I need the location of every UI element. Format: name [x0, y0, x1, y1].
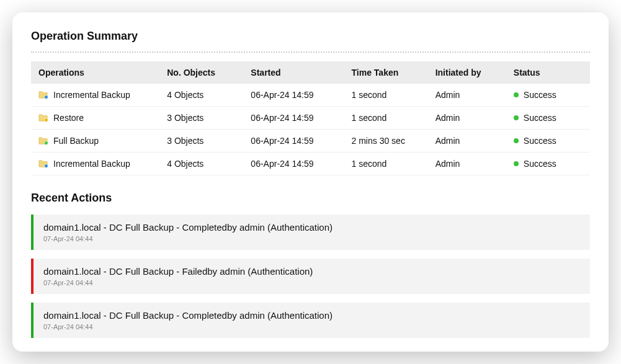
table-row[interactable]: Incremental Backup 4 Objects 06-Apr-24 1… [31, 84, 590, 107]
started-cell: 06-Apr-24 14:59 [243, 107, 344, 130]
recent-actions-title: Recent Actions [31, 192, 590, 205]
svg-point-2 [45, 141, 48, 145]
status-text: Success [524, 90, 556, 100]
action-text: domain1.local - DC Full Backup - Complet… [43, 310, 580, 321]
col-started: Started [243, 61, 344, 84]
table-row[interactable]: Full Backup 3 Objects 06-Apr-24 14:59 2 … [31, 130, 590, 153]
status-dot-icon [514, 161, 519, 166]
objects-cell: 4 Objects [159, 153, 243, 175]
time-taken-cell: 1 second [344, 84, 428, 107]
divider [31, 51, 590, 53]
col-initiated: Initiated by [428, 61, 506, 84]
status-dot-icon [514, 92, 519, 97]
col-no-objects: No. Objects [159, 61, 243, 84]
started-cell: 06-Apr-24 14:59 [243, 153, 344, 175]
table-row[interactable]: Restore 3 Objects 06-Apr-24 14:59 1 seco… [31, 107, 590, 130]
status-dot-icon [514, 115, 519, 120]
time-taken-cell: 1 second [344, 153, 428, 175]
operation-name: Incremental Backup [53, 90, 130, 100]
action-text: domain1.local - DC Full Backup - Complet… [43, 222, 580, 233]
initiated-by-cell: Admin [428, 153, 506, 175]
action-timestamp: 07-Apr-24 04:44 [43, 235, 580, 242]
started-cell: 06-Apr-24 14:59 [243, 84, 344, 107]
initiated-by-cell: Admin [428, 84, 506, 107]
status-text: Success [524, 136, 556, 146]
action-timestamp: 07-Apr-24 04:44 [43, 323, 580, 331]
summary-card: Operation Summary Operations No. Objects… [12, 12, 609, 352]
status-dot-icon [514, 138, 519, 143]
status-text: Success [524, 113, 556, 123]
action-timestamp: 07-Apr-24 04:44 [43, 279, 580, 286]
svg-point-3 [45, 164, 48, 168]
operation-summary-title: Operation Summary [31, 30, 590, 43]
initiated-by-cell: Admin [428, 130, 506, 153]
initiated-by-cell: Admin [428, 107, 506, 130]
full-backup-icon [38, 136, 48, 145]
operation-name: Full Backup [53, 136, 99, 146]
started-cell: 06-Apr-24 14:59 [243, 130, 344, 153]
svg-point-0 [45, 95, 48, 99]
col-operations: Operations [31, 61, 159, 84]
objects-cell: 3 Objects [159, 107, 243, 130]
col-time-taken: Time Taken [344, 61, 428, 84]
operation-name: Restore [53, 113, 84, 123]
recent-action-item[interactable]: domain1.local - DC Full Backup - Complet… [31, 215, 590, 250]
recent-action-item[interactable]: domain1.local - DC Full Backup - Complet… [31, 303, 590, 338]
status-text: Success [524, 159, 556, 169]
time-taken-cell: 2 mins 30 sec [344, 130, 428, 153]
objects-cell: 4 Objects [159, 84, 243, 107]
objects-cell: 3 Objects [159, 130, 243, 153]
operation-name: Incremental Backup [53, 159, 130, 169]
table-row[interactable]: Incremental Backup 4 Objects 06-Apr-24 1… [31, 153, 590, 175]
time-taken-cell: 1 second [344, 107, 428, 130]
action-text: domain1.local - DC Full Backup - Failedb… [43, 266, 580, 277]
recent-action-item[interactable]: domain1.local - DC Full Backup - Failedb… [31, 259, 590, 294]
incremental-backup-icon [38, 159, 48, 168]
col-status: Status [506, 61, 590, 84]
table-header-row: Operations No. Objects Started Time Take… [31, 61, 590, 84]
operations-table: Operations No. Objects Started Time Take… [31, 61, 590, 175]
restore-backup-icon [38, 113, 48, 122]
recent-actions-list: domain1.local - DC Full Backup - Complet… [31, 215, 590, 338]
incremental-backup-icon [38, 91, 48, 99]
svg-point-1 [45, 118, 48, 122]
